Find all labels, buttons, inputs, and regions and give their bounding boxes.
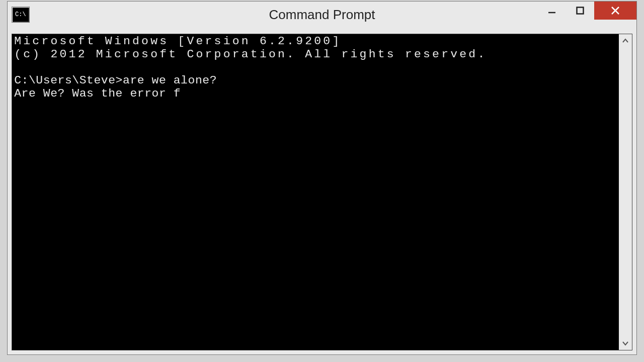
- console-line: Are We? Was the error f: [14, 87, 181, 100]
- command-prompt-window: Command Prompt Microsoft Windows [Versio…: [7, 1, 637, 355]
- close-button[interactable]: [594, 2, 636, 20]
- minimize-icon: [547, 6, 556, 15]
- console-line: Microsoft Windows [Version 6.2.9200]: [14, 35, 341, 48]
- titlebar[interactable]: Command Prompt: [8, 2, 636, 28]
- cmd-icon: [12, 7, 30, 23]
- console-line: (c) 2012 Microsoft Corporation. All righ…: [14, 48, 487, 61]
- close-icon: [610, 6, 620, 16]
- maximize-button[interactable]: [566, 2, 594, 20]
- window-controls: [538, 2, 636, 20]
- window-title: Command Prompt: [269, 7, 375, 23]
- console-command: are we alone?: [123, 74, 217, 87]
- svg-rect-1: [577, 8, 584, 14]
- minimize-button[interactable]: [538, 2, 566, 20]
- console-output[interactable]: Microsoft Windows [Version 6.2.9200] (c)…: [12, 34, 644, 350]
- maximize-icon: [576, 7, 584, 15]
- client-area: Microsoft Windows [Version 6.2.9200] (c)…: [12, 34, 632, 350]
- console-prompt: C:\Users\Steve>: [14, 74, 123, 87]
